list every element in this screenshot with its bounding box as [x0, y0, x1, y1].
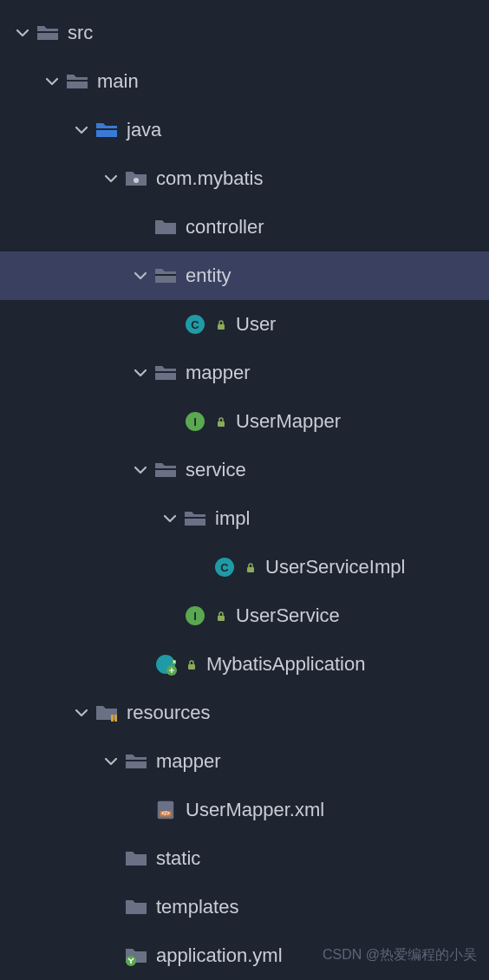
- folder-open-icon: [66, 70, 88, 93]
- tree-item-label: java: [127, 119, 161, 141]
- folder-open-icon: [154, 265, 177, 287]
- folder-package-icon: [125, 167, 147, 190]
- tree-item-main[interactable]: main: [0, 57, 489, 106]
- tree-item-label: mapper: [156, 750, 221, 773]
- tree-item-res-mapper[interactable]: mapper: [0, 737, 489, 786]
- tree-item-java[interactable]: java: [0, 106, 489, 154]
- tree-item-label: com.mybatis: [156, 167, 263, 190]
- folder-open-icon: [36, 22, 59, 44]
- tree-item-label: MybatisApplication: [206, 653, 365, 676]
- tree-item-label: resources: [127, 702, 211, 724]
- yml-file-icon: [125, 944, 147, 967]
- chevron-down-icon: [132, 364, 149, 382]
- chevron-down-icon: [73, 121, 90, 139]
- tree-item-static[interactable]: static: [0, 834, 489, 883]
- folder-open-icon: [154, 362, 177, 384]
- folder-java-icon: [95, 119, 118, 141]
- chevron-down-icon: [102, 753, 120, 770]
- lock-icon: [215, 415, 227, 428]
- folder-closed-icon: [154, 216, 177, 238]
- tree-item-label: service: [186, 459, 246, 481]
- folder-closed-icon: [125, 896, 147, 918]
- class-icon: C: [213, 556, 236, 578]
- watermark: CSDN @热爱编程的小吴: [323, 946, 477, 964]
- tree-item-mybatis-application[interactable]: MybatisApplication: [0, 640, 489, 689]
- folder-open-icon: [154, 459, 177, 481]
- tree-item-entity[interactable]: entity: [0, 252, 489, 300]
- interface-icon: I: [184, 604, 206, 627]
- tree-item-label: controller: [186, 216, 264, 238]
- tree-item-resources[interactable]: resources: [0, 689, 489, 737]
- lock-icon: [186, 658, 198, 670]
- interface-icon: I: [184, 410, 206, 433]
- tree-item-label: entity: [186, 265, 231, 287]
- spring-app-icon: [154, 653, 177, 676]
- chevron-down-icon: [161, 510, 179, 527]
- class-icon: C: [184, 313, 206, 336]
- tree-item-label: main: [97, 70, 139, 93]
- tree-item-user-service-impl[interactable]: C UserServiceImpl: [0, 543, 489, 591]
- tree-item-impl[interactable]: impl: [0, 494, 489, 543]
- tree-item-label: src: [68, 22, 93, 44]
- folder-closed-icon: [125, 847, 147, 870]
- chevron-down-icon: [132, 461, 149, 479]
- tree-item-templates[interactable]: templates: [0, 883, 489, 931]
- tree-item-label: templates: [156, 896, 238, 918]
- tree-item-package[interactable]: com.mybatis: [0, 154, 489, 203]
- xml-file-icon: [154, 799, 177, 821]
- chevron-down-icon: [14, 24, 31, 42]
- tree-item-src[interactable]: src: [0, 9, 489, 57]
- chevron-down-icon: [102, 170, 120, 187]
- chevron-down-icon: [132, 267, 149, 284]
- lock-icon: [215, 610, 227, 622]
- tree-item-mapper-pkg[interactable]: mapper: [0, 349, 489, 397]
- tree-item-label: UserServiceImpl: [265, 556, 405, 578]
- tree-item-service[interactable]: service: [0, 446, 489, 494]
- tree-item-label: User: [236, 313, 276, 336]
- folder-open-icon: [125, 750, 147, 773]
- tree-item-label: impl: [215, 507, 250, 530]
- tree-item-label: UserMapper: [236, 410, 341, 433]
- folder-resources-icon: [95, 702, 118, 724]
- tree-item-label: UserMapper.xml: [186, 799, 324, 821]
- lock-icon: [215, 318, 227, 330]
- project-tree: src main java com.mybatis controller ent…: [0, 0, 489, 980]
- chevron-down-icon: [73, 704, 90, 722]
- lock-icon: [244, 561, 257, 573]
- tree-item-label: mapper: [186, 362, 251, 384]
- tree-item-label: UserService: [236, 604, 340, 627]
- chevron-down-icon: [43, 73, 61, 90]
- tree-item-controller[interactable]: controller: [0, 203, 489, 252]
- tree-item-user-mapper-xml[interactable]: UserMapper.xml: [0, 786, 489, 834]
- tree-item-label: application.yml: [156, 944, 283, 967]
- tree-item-user-service[interactable]: I UserService: [0, 591, 489, 640]
- tree-item-label: static: [156, 847, 200, 870]
- tree-item-user-mapper[interactable]: I UserMapper: [0, 397, 489, 446]
- tree-item-user-class[interactable]: C User: [0, 300, 489, 349]
- folder-open-icon: [184, 507, 206, 530]
